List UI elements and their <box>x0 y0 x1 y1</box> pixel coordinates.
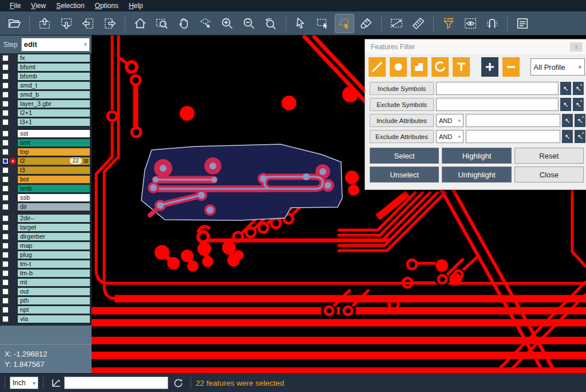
filter-positive-button[interactable] <box>481 57 498 77</box>
layer-visibility-checkbox[interactable] <box>2 243 9 249</box>
layer-visibility-checkbox[interactable] <box>2 176 9 183</box>
layer-visibility-checkbox[interactable] <box>2 130 9 137</box>
filter-surfaces-button[interactable] <box>411 57 428 77</box>
features-filter-icon[interactable] <box>440 14 458 33</box>
layer-label-cell[interactable]: fx <box>17 54 90 62</box>
menu-item[interactable]: Options <box>90 1 124 11</box>
layer-visibility-checkbox[interactable] <box>2 64 9 70</box>
pick-add-symbol-icon[interactable]: ↖+ <box>573 82 584 95</box>
zoom-object-icon[interactable] <box>196 14 215 33</box>
pan-down-icon[interactable] <box>57 14 76 33</box>
layer-visibility-checkbox[interactable] <box>2 204 9 210</box>
layer-label-cell[interactable]: tm-b <box>17 269 90 278</box>
measure-icon[interactable] <box>387 14 406 33</box>
layer-visibility-checkbox[interactable] <box>2 215 9 221</box>
layer-visibility-checkbox[interactable] <box>2 252 9 258</box>
refresh-icon[interactable] <box>173 378 184 389</box>
layer-visibility-checkbox[interactable] <box>2 149 9 155</box>
include-symbols-input[interactable] <box>436 82 559 95</box>
layer-visibility-checkbox[interactable] <box>2 270 9 276</box>
layer-row[interactable]: top <box>0 147 92 156</box>
layer-label-cell[interactable]: l3+1 <box>17 118 90 126</box>
layer-row[interactable]: via <box>0 314 92 323</box>
layer-row[interactable]: bfsmt <box>0 62 92 72</box>
pan-hand-icon[interactable] <box>175 14 193 33</box>
pan-left-icon[interactable] <box>79 14 97 33</box>
layer-row[interactable]: l3+1 <box>0 117 92 126</box>
layer-label-cell[interactable]: 2dir-- <box>17 214 90 223</box>
layer-row[interactable]: map <box>0 241 92 250</box>
exclude-symbols-button[interactable]: Exclude Symbols <box>370 98 434 111</box>
layer-row[interactable]: bfsmb <box>0 72 92 81</box>
pan-up-icon[interactable] <box>35 14 54 33</box>
layer-label-cell[interactable]: smt <box>17 138 90 147</box>
layer-label-cell[interactable]: out <box>17 287 90 296</box>
layer-row[interactable]: 2dir-- <box>0 213 92 223</box>
pick-add-attribute-icon[interactable]: ↖+ <box>575 130 585 143</box>
layer-row[interactable]: ssb <box>0 193 92 202</box>
layer-row[interactable]: mt <box>0 278 92 287</box>
layer-label-cell[interactable]: pth <box>17 296 90 305</box>
layer-row[interactable]: pth <box>0 296 92 305</box>
close-icon[interactable]: x <box>570 42 583 52</box>
close-button[interactable]: Close <box>514 167 584 183</box>
layer-label-cell[interactable]: tm-t <box>17 260 90 268</box>
traverse-icon[interactable] <box>483 14 501 33</box>
layer-visibility-checkbox[interactable] <box>2 82 9 89</box>
filter-negative-button[interactable] <box>502 57 520 77</box>
layer-row[interactable]: l2+1 <box>0 108 92 117</box>
layer-row[interactable]: tm-b <box>0 268 92 278</box>
select-button[interactable]: Select <box>370 148 439 164</box>
layer-row[interactable]: l3 <box>0 165 92 175</box>
layer-visibility-checkbox[interactable] <box>2 73 9 80</box>
log-panel-icon[interactable] <box>513 14 532 33</box>
zoom-previous-icon[interactable] <box>262 14 280 33</box>
layer-visibility-checkbox[interactable] <box>2 307 9 313</box>
filter-pads-button[interactable] <box>390 57 407 77</box>
layer-row[interactable]: npt <box>0 305 92 314</box>
pick-symbol-icon[interactable]: ↖ <box>560 98 571 111</box>
layer-visibility-checkbox[interactable] <box>2 140 9 146</box>
exclude-attributes-logic-select[interactable]: AND ▾ <box>436 130 464 143</box>
layer-label-cell[interactable]: npt <box>17 306 90 314</box>
layer-visibility-checkbox[interactable] <box>2 195 9 201</box>
layer-label-cell[interactable]: ssb <box>17 193 90 202</box>
layer-row[interactable]: tm-t <box>0 259 92 268</box>
layer-visibility-checkbox[interactable] <box>2 92 9 98</box>
layer-row[interactable]: target <box>0 223 92 232</box>
layer-label-cell[interactable]: top <box>17 148 90 156</box>
zoom-in-icon[interactable] <box>218 14 236 33</box>
step-select[interactable]: edit ▾ <box>21 38 90 52</box>
unselect-button[interactable]: Unselect <box>370 167 439 183</box>
layer-label-cell[interactable]: dirgerber <box>17 232 90 241</box>
profile-select[interactable]: All Profile ▾ <box>530 58 585 76</box>
command-input[interactable] <box>64 377 168 389</box>
layer-visibility-checkbox[interactable] <box>2 158 9 164</box>
layer-label-cell[interactable]: l2 22 ⊞ <box>17 157 90 165</box>
filter-lines-button[interactable] <box>369 57 386 77</box>
layer-visibility-checkbox[interactable] <box>2 261 9 267</box>
layer-label-cell[interactable]: mt <box>17 278 90 287</box>
pick-symbol-icon[interactable]: ↖ <box>560 82 571 95</box>
layer-row[interactable]: dirgerber <box>0 232 92 241</box>
layer-label-cell[interactable]: l3 <box>17 166 90 175</box>
layer-row[interactable]: plug <box>0 250 92 259</box>
layer-visibility-checkbox[interactable] <box>2 279 9 286</box>
exclude-attributes-button[interactable]: Exclude Attributes <box>370 130 434 143</box>
zoom-out-icon[interactable] <box>240 14 258 33</box>
layer-visibility-checkbox[interactable] <box>2 288 9 295</box>
layer-row[interactable]: dir <box>0 202 92 211</box>
filter-text-button[interactable] <box>453 57 470 77</box>
pick-attribute-icon[interactable]: ↖ <box>562 114 573 127</box>
pick-attribute-icon[interactable]: ↖ <box>562 130 573 143</box>
open-file-icon[interactable] <box>5 14 23 33</box>
exclude-attributes-input[interactable] <box>466 130 560 143</box>
include-attributes-logic-select[interactable]: AND ▾ <box>436 114 464 127</box>
brush-select-icon[interactable] <box>357 14 375 33</box>
pick-add-attribute-icon[interactable]: ↖+ <box>575 114 585 127</box>
layer-label-cell[interactable]: target <box>17 223 90 232</box>
layer-label-cell[interactable]: bot <box>17 175 90 184</box>
layer-row[interactable]: out <box>0 287 92 296</box>
layer-label-cell[interactable]: bfsmt <box>17 63 90 72</box>
layer-label-cell[interactable]: map <box>17 241 90 250</box>
